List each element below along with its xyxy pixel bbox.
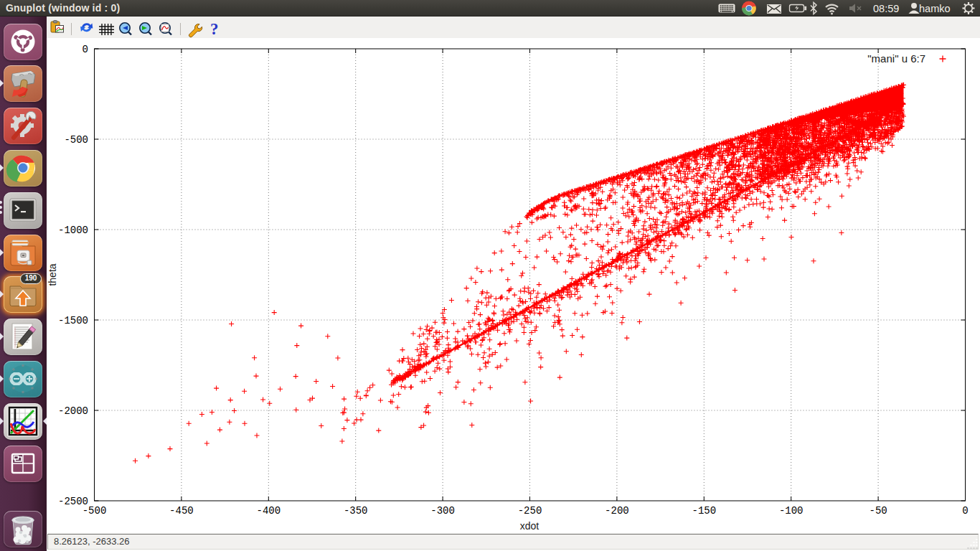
svg-text:-400: -400	[256, 505, 281, 517]
svg-text:?: ?	[210, 20, 219, 38]
svg-text:-100: -100	[779, 505, 804, 517]
svg-text:0: 0	[962, 505, 968, 517]
svg-text:-200: -200	[605, 505, 629, 517]
svg-text:-500: -500	[64, 134, 88, 146]
svg-text:-150: -150	[692, 505, 716, 517]
svg-text:-350: -350	[344, 505, 368, 517]
svg-text:0: 0	[83, 44, 88, 55]
svg-text:-450: -450	[169, 505, 194, 517]
svg-text:08:59: 08:59	[873, 3, 899, 14]
svg-text:xdot: xdot	[520, 520, 540, 532]
svg-text:"mani" u 6:7: "mani" u 6:7	[867, 52, 925, 65]
svg-text:-1000: -1000	[58, 225, 88, 236]
svg-text:-300: -300	[430, 505, 455, 517]
svg-text:hamko: hamko	[919, 3, 951, 14]
svg-text:-50: -50	[869, 505, 887, 517]
svg-text:-2500: -2500	[58, 496, 88, 507]
svg-text:-250: -250	[518, 505, 542, 517]
svg-text:-1500: -1500	[58, 315, 88, 326]
svg-text:theta: theta	[47, 263, 58, 286]
svg-text:-2000: -2000	[58, 405, 88, 417]
